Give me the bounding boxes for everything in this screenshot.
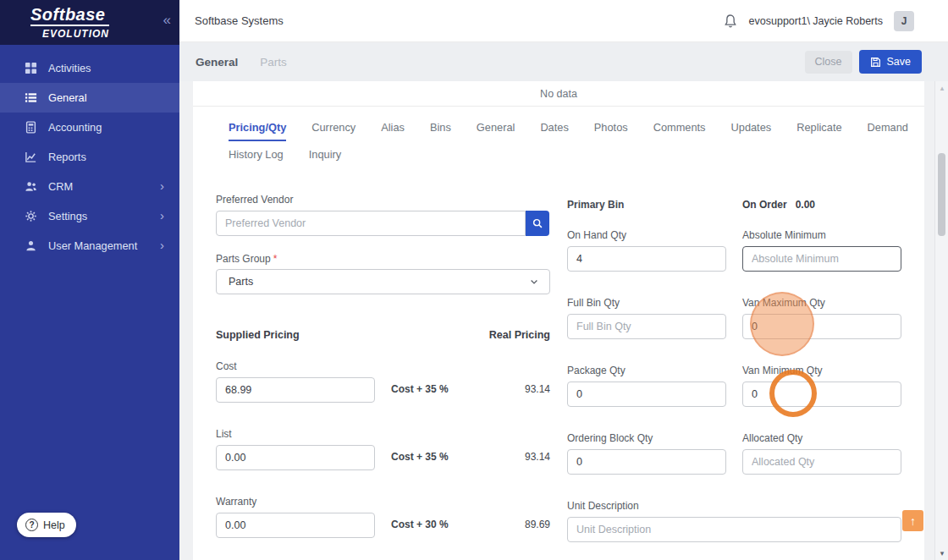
warranty-real-value: 89.69 — [491, 519, 550, 530]
sidebar-menu: Activities General Accounting Reports — [0, 53, 179, 261]
sidebar-item-general[interactable]: General — [0, 83, 179, 113]
tab-parts[interactable]: Parts — [260, 56, 287, 69]
preferred-vendor-group — [216, 211, 549, 236]
chevron-right-icon: › — [160, 178, 164, 193]
topbar: Softbase Systems evosupport1\ Jaycie Rob… — [179, 0, 948, 42]
chevron-down-icon — [529, 277, 539, 287]
avatar[interactable]: J — [894, 11, 914, 31]
package-qty-label: Package Qty — [567, 365, 626, 376]
supplied-pricing-header: Supplied Pricing — [216, 329, 300, 341]
save-button[interactable]: Save — [859, 50, 923, 74]
cost-label: Cost — [216, 360, 237, 372]
allocated-qty-label: Allocated Qty — [742, 432, 802, 444]
sidebar-item-reports[interactable]: Reports — [0, 142, 179, 172]
package-qty-input[interactable] — [567, 382, 726, 407]
on-hand-qty-input[interactable] — [567, 246, 726, 272]
preferred-vendor-input[interactable] — [216, 211, 526, 236]
tab-general-inner[interactable]: General — [477, 121, 515, 141]
full-bin-qty-input[interactable] — [567, 314, 726, 339]
pricing-header-row: Supplied Pricing Real Pricing — [216, 329, 550, 341]
full-bin-qty-label: Full Bin Qty — [567, 297, 620, 309]
sidebar-item-label: Accounting — [48, 121, 102, 134]
tab-dates[interactable]: Dates — [540, 121, 568, 141]
sidebar-item-accounting[interactable]: Accounting — [0, 113, 179, 142]
unit-description-input[interactable] — [567, 517, 901, 542]
tab-pricing-qty[interactable]: Pricing/Qty — [229, 121, 286, 141]
tab-currency[interactable]: Currency — [311, 121, 356, 141]
on-order-value: 0.00 — [796, 199, 815, 211]
detail-tabs-row2: History Log Inquiry — [229, 148, 341, 167]
tab-alias[interactable]: Alias — [381, 121, 405, 141]
gear-icon — [24, 210, 37, 223]
tab-general[interactable]: General — [196, 56, 238, 69]
notifications-bell-icon[interactable] — [723, 14, 738, 29]
sidebar-item-label: CRM — [48, 180, 73, 193]
grid-icon — [24, 62, 37, 75]
on-order-label: On Order — [742, 199, 787, 211]
tab-comments[interactable]: Comments — [653, 121, 706, 141]
parts-group-select[interactable]: Parts — [216, 269, 550, 294]
tab-updates[interactable]: Updates — [731, 121, 772, 141]
chevron-right-icon: › — [160, 238, 164, 252]
sidebar-item-activities[interactable]: Activities — [0, 53, 179, 83]
on-hand-qty-label: On Hand Qty — [567, 229, 626, 241]
list-icon — [24, 91, 37, 105]
van-maximum-qty-label: Van Maximum Qty — [742, 297, 825, 309]
tab-history-log[interactable]: History Log — [229, 148, 284, 167]
warranty-input[interactable] — [216, 513, 375, 538]
arrow-up-icon: ↑ — [910, 514, 916, 528]
app-window: Softbase EVOLUTION « Activities General — [0, 0, 948, 560]
cost-input[interactable] — [216, 377, 375, 403]
absolute-minimum-input[interactable] — [742, 246, 901, 272]
sidebar-item-crm[interactable]: CRM › — [0, 172, 179, 201]
scrollbar-up-icon[interactable]: ▴ — [935, 84, 948, 92]
help-icon: ? — [25, 519, 38, 531]
parts-detail-card: No data Pricing/Qty Currency Alias Bins … — [193, 81, 924, 560]
sidebar-item-user-management[interactable]: User Management › — [0, 231, 179, 261]
allocated-qty-input[interactable] — [742, 449, 901, 475]
list-input[interactable] — [216, 445, 375, 470]
sidebar-collapse-icon[interactable]: « — [163, 12, 171, 29]
no-data-text: No data — [540, 88, 577, 100]
tab-demand[interactable]: Demand — [868, 121, 908, 141]
close-button[interactable]: Close — [805, 51, 852, 74]
van-maximum-qty-input[interactable] — [742, 314, 901, 339]
vendor-search-button[interactable] — [526, 211, 549, 236]
sidebar-item-settings[interactable]: Settings › — [0, 201, 179, 231]
primary-bin-header: Primary Bin — [567, 199, 624, 211]
scroll-to-top-button[interactable]: ↑ — [902, 510, 923, 531]
sidebar-item-label: User Management — [48, 239, 137, 252]
ordering-block-qty-label: Ordering Block Qty — [567, 432, 653, 444]
help-label: Help — [43, 519, 65, 531]
tab-replicate[interactable]: Replicate — [796, 121, 841, 141]
calculator-icon — [24, 121, 37, 135]
ordering-block-qty-input[interactable] — [567, 449, 726, 475]
vertical-scrollbar[interactable]: ▴ ▾ — [934, 81, 948, 560]
list-formula: Cost + 35 % — [391, 451, 449, 463]
logged-in-user: evosupport1\ Jaycie Roberts — [749, 15, 883, 27]
sidebar: Softbase EVOLUTION « Activities General — [0, 0, 179, 560]
absolute-minimum-label: Absolute Minimum — [742, 229, 826, 241]
scrollbar-thumb[interactable] — [938, 153, 945, 236]
on-order-row: On Order 0.00 — [742, 199, 815, 211]
warranty-formula: Cost + 30 % — [391, 519, 449, 530]
parts-group-value: Parts — [229, 276, 253, 288]
list-real-value: 93.14 — [491, 451, 550, 463]
save-label: Save — [887, 56, 912, 68]
van-minimum-qty-input[interactable] — [742, 382, 901, 407]
cost-real-value: 93.14 — [491, 383, 550, 395]
tab-bins[interactable]: Bins — [430, 121, 451, 141]
tab-photos[interactable]: Photos — [594, 121, 628, 141]
unit-description-label: Unit Description — [567, 500, 639, 512]
scrollbar-down-icon[interactable]: ▾ — [935, 549, 948, 557]
sidebar-item-label: Activities — [48, 62, 91, 74]
warranty-label: Warranty — [216, 496, 256, 508]
sidebar-item-label: Settings — [48, 210, 87, 222]
logo-text-softbase: Softbase — [30, 6, 109, 26]
help-button[interactable]: ? Help — [17, 513, 76, 537]
real-pricing-header: Real Pricing — [489, 329, 550, 341]
logo: Softbase EVOLUTION « — [0, 0, 179, 45]
required-asterisk: * — [273, 253, 278, 265]
tab-inquiry[interactable]: Inquiry — [309, 148, 341, 167]
preferred-vendor-label: Preferred Vendor — [216, 194, 293, 206]
